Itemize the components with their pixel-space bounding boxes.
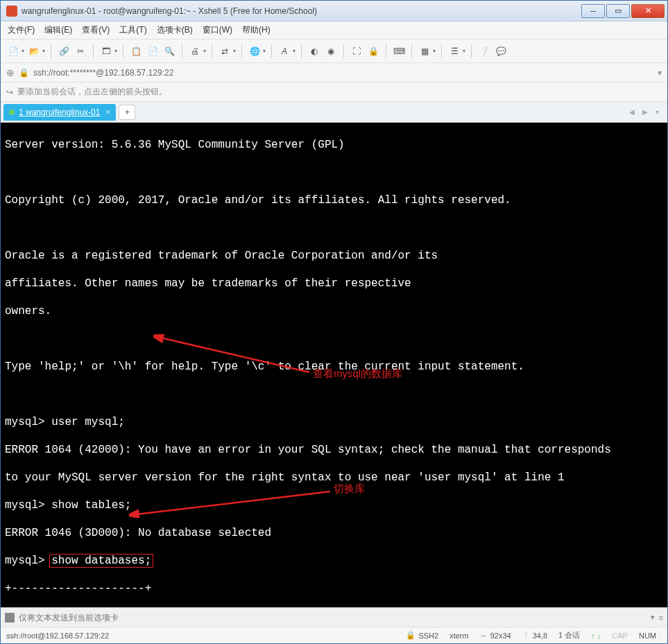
dropdown-icon[interactable]: ▾ [114, 48, 117, 54]
color-icon[interactable]: ◐ [307, 44, 321, 58]
toolbar: 📄▾ 📂▾ 🔗 ✂ 🗔▾ 📋 📄 🔍 🖨▾ ⇄▾ 🌐▾ A▾ ◐ ◉ ⛶ 🔒 ⌨… [1, 40, 667, 63]
properties-icon[interactable]: 🗔 [99, 44, 113, 58]
chat-icon[interactable]: 💬 [494, 44, 508, 58]
globe-icon[interactable]: 🌐 [248, 44, 262, 58]
terminal-line: mysql> user mysql; [5, 415, 663, 429]
address-text[interactable]: ssh://root:********@192.168.57.129:22 [33, 68, 653, 78]
terminal-line: Copyright (c) 2000, 2017, Oracle and/or … [5, 193, 663, 207]
tab-label: 1 wangruifenglinux-01 [19, 107, 100, 117]
dropdown-icon[interactable]: ▾ [293, 48, 296, 54]
app-icon [6, 6, 17, 17]
paste-icon[interactable]: 📄 [146, 44, 160, 58]
input-side: ▾ ≡ [651, 613, 663, 622]
menu-tabs[interactable]: 选项卡(B) [157, 24, 193, 36]
separator [123, 44, 123, 58]
terminal-line: ERROR 1064 (42000): You have an error in… [5, 443, 663, 457]
new-session-icon[interactable]: 📄 [6, 44, 20, 58]
terminal-line [5, 166, 663, 180]
fullscreen-icon[interactable]: ⛶ [350, 44, 363, 58]
dropdown-icon[interactable]: ▾ [42, 48, 45, 54]
reconnect-icon[interactable]: 🔗 [57, 44, 71, 58]
terminal-line [5, 221, 663, 235]
list-icon[interactable]: ☰ [447, 44, 461, 58]
terminal-line [5, 388, 663, 401]
address-bar: ⊕ 🔒 ssh://root:********@192.168.57.129:2… [1, 63, 667, 82]
menu-edit[interactable]: 编辑(E) [44, 24, 72, 36]
help-icon[interactable]: ❔ [477, 44, 491, 58]
dropdown-icon[interactable]: ▾ [22, 48, 24, 54]
search-icon[interactable]: 🔍 [162, 44, 176, 58]
separator [471, 44, 472, 58]
hint-bar: ↪ 要添加当前会话，点击左侧的箭头按钮。 [1, 82, 667, 102]
status-pos: ⋮34,8 [522, 631, 547, 640]
status-updown-icon: ↑ ↓ [591, 632, 601, 640]
status-dot-icon [9, 110, 15, 115]
dropdown-icon[interactable]: ▾ [263, 48, 266, 54]
command-input[interactable] [19, 613, 646, 623]
highlight-box: show databases; [49, 554, 153, 568]
font-icon[interactable]: A [277, 44, 291, 58]
hint-text: 要添加当前会话，点击左侧的箭头按钮。 [17, 86, 167, 98]
theme-icon[interactable]: ◉ [324, 44, 338, 58]
terminal-line: mysql> show databases; [5, 554, 663, 568]
status-sessions: 1 会话 [558, 630, 580, 641]
copy-icon[interactable]: 📋 [129, 44, 143, 58]
separator [411, 44, 412, 58]
separator [343, 44, 344, 58]
terminal-line: mysql> show tables; [5, 498, 663, 512]
dropdown-icon[interactable]: ▾ [463, 48, 465, 54]
separator [271, 44, 272, 58]
window-title: wangruifenglinux-01 - root@wangruifeng-0… [22, 6, 580, 16]
dropdown-icon[interactable]: ▾ [433, 48, 436, 54]
terminal-line [5, 332, 663, 346]
transfer-icon[interactable]: ⇄ [218, 44, 232, 58]
terminal-line: to your MySQL server version for the rig… [5, 471, 663, 485]
menu-tools[interactable]: 工具(T) [119, 24, 146, 36]
terminal-line: owners. [5, 304, 663, 318]
hint-arrow-icon: ↪ [6, 87, 13, 97]
separator [182, 44, 182, 58]
status-cap: CAP [612, 632, 628, 640]
separator [241, 44, 242, 58]
input-indicator-icon [5, 613, 15, 623]
close-button[interactable]: ✕ [631, 4, 665, 18]
status-conn: ssh://root@192.168.57.129:22 [6, 632, 400, 640]
input-menu-icon[interactable]: ≡ [659, 613, 663, 622]
disconnect-icon[interactable]: ✂ [74, 44, 87, 58]
terminal-line: affiliates. Other names may be trademark… [5, 277, 663, 290]
input-dropdown-icon[interactable]: ▾ [651, 613, 655, 622]
open-folder-icon[interactable]: 📂 [27, 44, 41, 58]
lock-icon[interactable]: 🔒 [366, 44, 380, 58]
terminal-line: Oracle is a registered trademark of Orac… [5, 249, 663, 263]
keyboard-icon[interactable]: ⌨ [392, 44, 406, 58]
maximize-button[interactable]: ▭ [606, 4, 630, 18]
new-tab-button[interactable]: + [119, 105, 135, 120]
dropdown-icon[interactable]: ▾ [233, 48, 236, 54]
dropdown-icon[interactable]: ▾ [203, 48, 206, 54]
menu-window[interactable]: 窗口(W) [203, 24, 232, 36]
minimize-button[interactable]: ─ [581, 4, 605, 18]
terminal-line: Type 'help;' or '\h' for help. Type '\c'… [5, 360, 663, 374]
app-window: wangruifenglinux-01 - root@wangruifeng-0… [0, 0, 668, 644]
layout-icon[interactable]: ▦ [418, 44, 431, 58]
titlebar: wangruifenglinux-01 - root@wangruifeng-0… [1, 1, 667, 21]
tab-close-icon[interactable]: × [105, 107, 110, 117]
status-bar: ssh://root@192.168.57.129:22 🔒SSH2 xterm… [1, 627, 667, 643]
terminal-line: +--------------------+ [5, 582, 663, 595]
separator [301, 44, 302, 58]
terminal[interactable]: Server version: 5.6.36 MySQL Community S… [1, 123, 667, 607]
session-tab[interactable]: 1 wangruifenglinux-01 × [3, 104, 116, 121]
tab-nav-arrows[interactable]: ◀ ▶ ▾ [629, 108, 662, 116]
menu-view[interactable]: 查看(V) [82, 24, 110, 36]
input-bar: ▾ ≡ [1, 607, 667, 627]
print-icon[interactable]: 🖨 [188, 44, 202, 58]
address-dropdown-icon[interactable]: ▾ [658, 68, 662, 78]
add-session-icon[interactable]: ⊕ [6, 67, 15, 78]
status-term: xterm [449, 632, 469, 640]
menubar: 文件(F) 编辑(E) 查看(V) 工具(T) 选项卡(B) 窗口(W) 帮助(… [1, 21, 667, 40]
separator [386, 44, 386, 58]
menu-help[interactable]: 帮助(H) [242, 24, 271, 36]
window-buttons: ─ ▭ ✕ [580, 4, 665, 18]
menu-file[interactable]: 文件(F) [8, 24, 35, 36]
pos-icon: ⋮ [522, 631, 530, 640]
